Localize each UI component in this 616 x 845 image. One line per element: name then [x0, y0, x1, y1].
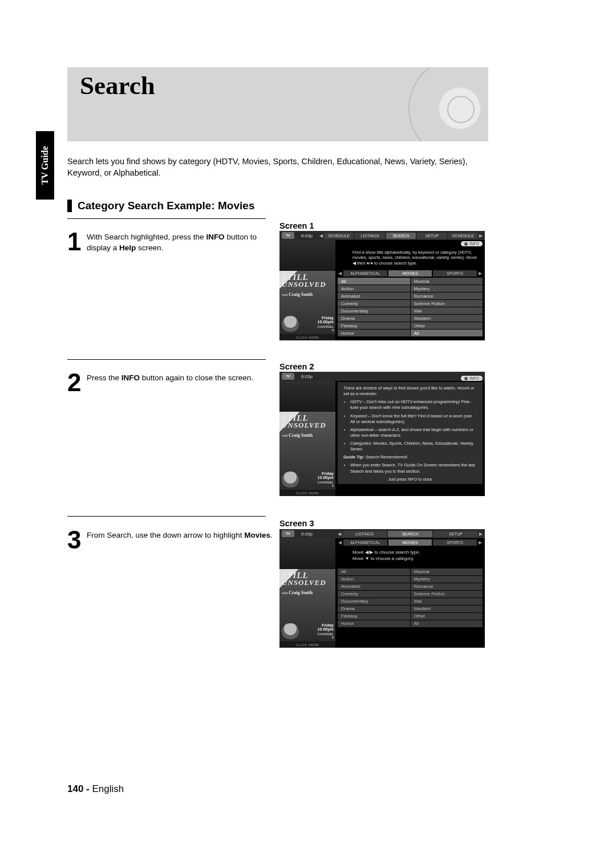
- text: button again to close the screen.: [140, 373, 253, 382]
- category-item[interactable]: Documentary: [338, 307, 410, 314]
- category-item[interactable]: All: [411, 620, 483, 627]
- step-number: 3: [67, 526, 81, 554]
- subtab-movies[interactable]: MOVIES: [388, 270, 432, 277]
- step-2: 2 Press the INFO button again to close t…: [67, 373, 273, 384]
- arrow-right-icon[interactable]: ▶: [478, 271, 483, 276]
- menu-schedule[interactable]: SCHEDULE: [324, 233, 354, 239]
- divider: [67, 359, 266, 360]
- menu-listings[interactable]: LISTINGS: [355, 233, 384, 239]
- page: TV Guide Search Search lets you find sho…: [0, 0, 616, 845]
- category-item[interactable]: All: [338, 278, 410, 285]
- subtab-alphabetical[interactable]: ALPHABETICAL: [343, 539, 387, 546]
- guide-tip: Guide Tip: Search Remembered!: [343, 454, 477, 460]
- category-item[interactable]: Fantasy: [338, 613, 410, 620]
- ad-poster[interactable]: STILL UNSOLVED with Craig Smith Friday10…: [279, 271, 335, 334]
- category-item[interactable]: War: [411, 598, 483, 605]
- info-badge[interactable]: INFO: [461, 376, 483, 381]
- arrow-right-icon[interactable]: ▶: [479, 233, 483, 238]
- category-item[interactable]: Comedy: [338, 300, 410, 307]
- arrow-left-icon[interactable]: ◀: [319, 233, 323, 238]
- category-item[interactable]: Science Fiction: [411, 300, 483, 307]
- category-item[interactable]: Fantasy: [338, 322, 410, 329]
- menu-listings[interactable]: LISTINGS: [342, 531, 387, 537]
- step-body: With Search highlighted, press the INFO …: [87, 232, 273, 253]
- bold: INFO: [121, 373, 140, 382]
- step-1: 1 With Search highlighted, press the INF…: [67, 232, 273, 253]
- tvguide-logo: TV: [282, 530, 294, 537]
- subtab-movies[interactable]: MOVIES: [388, 539, 432, 546]
- category-item[interactable]: Other: [411, 322, 483, 329]
- section-heading: Category Search Example: Movies: [67, 200, 254, 212]
- category-item[interactable]: Musical: [411, 278, 483, 285]
- click-here-button[interactable]: CLICK HERE: [279, 490, 335, 496]
- subtab-sports[interactable]: SPORTS: [433, 270, 477, 277]
- arrow-left-icon[interactable]: ◀: [338, 540, 342, 545]
- category-item[interactable]: Romance: [411, 583, 483, 590]
- ad-poster[interactable]: STILL UNSOLVED with Craig Smith Friday10…: [279, 412, 335, 490]
- right-pane: INFO Find a show title alphabetically, b…: [335, 240, 485, 340]
- category-item[interactable]: All: [338, 568, 410, 575]
- clock: 8:03p: [295, 233, 318, 238]
- category-item[interactable]: Documentary: [338, 598, 410, 605]
- left-pane: STILL UNSOLVED with Craig Smith Friday10…: [279, 240, 335, 340]
- category-item[interactable]: Animated: [338, 292, 410, 299]
- subtab-sports[interactable]: SPORTS: [433, 539, 477, 546]
- category-item[interactable]: Horror: [338, 620, 410, 627]
- arrow-right-icon[interactable]: ▶: [479, 531, 483, 537]
- video-preview: [279, 538, 335, 569]
- poster-schedule: Friday10:00pm: [318, 316, 334, 324]
- subtab-alphabetical[interactable]: ALPHABETICAL: [343, 270, 387, 277]
- screen3-label: Screen 3: [279, 519, 314, 528]
- close-hint: Just press INFO to close: [343, 477, 477, 482]
- video-preview: [279, 240, 335, 271]
- menu-schedule-2[interactable]: SCHEDULE: [448, 233, 478, 239]
- menu-setup[interactable]: SETUP: [417, 233, 447, 239]
- click-here-button[interactable]: CLICK HERE: [279, 641, 335, 648]
- hint-line: Move ▼ to choose a category.: [352, 556, 480, 562]
- help-text: Find a show title alphabetically, by key…: [335, 247, 485, 269]
- poster-title-2: UNSOLVED: [282, 422, 333, 429]
- poster-schedule: Friday10:00pm: [318, 623, 334, 631]
- category-item[interactable]: All: [411, 330, 483, 336]
- click-here-button[interactable]: CLICK HERE: [279, 334, 335, 340]
- category-item[interactable]: Action: [338, 285, 410, 292]
- guide-tip-body: When you enter Search, TV Guide On Scree…: [350, 462, 477, 474]
- category-item[interactable]: Drama: [338, 606, 410, 612]
- search-subtabs: ◀ ALPHABETICAL MOVIES SPORTS ▶: [335, 269, 485, 277]
- step-3: 3 From Search, use the down arrow to hig…: [67, 530, 273, 541]
- category-item[interactable]: Western: [411, 606, 483, 612]
- category-item[interactable]: Animated: [338, 583, 410, 590]
- clock: 8:03p: [295, 531, 318, 537]
- text: From Search, use the down arrow to highl…: [87, 531, 244, 539]
- category-item[interactable]: Mystery: [411, 285, 483, 292]
- poster-with: with Craig Smith: [282, 292, 333, 297]
- menu-search[interactable]: SEARCH: [388, 531, 432, 537]
- bold: Help: [119, 243, 136, 252]
- menu-search[interactable]: SEARCH: [386, 233, 416, 239]
- category-item[interactable]: Musical: [411, 568, 483, 575]
- category-item[interactable]: Action: [338, 576, 410, 583]
- category-item[interactable]: Other: [411, 613, 483, 620]
- poster-channel: CHANNEL9: [317, 325, 334, 332]
- step-number: 1: [67, 228, 81, 256]
- category-item[interactable]: Romance: [411, 292, 483, 299]
- category-item[interactable]: Comedy: [338, 591, 410, 598]
- category-item[interactable]: Drama: [338, 315, 410, 322]
- category-grid: All Musical Action Mystery Animated Roma…: [335, 277, 485, 339]
- guide-tip-list: When you enter Search, TV Guide On Scree…: [350, 462, 477, 474]
- info-badge[interactable]: INFO: [461, 241, 483, 246]
- arrow-left-icon[interactable]: ◀: [338, 531, 341, 537]
- category-item[interactable]: War: [411, 307, 483, 314]
- divider: [67, 516, 266, 517]
- disc-icon: [408, 67, 488, 141]
- category-item[interactable]: Science Fiction: [411, 591, 483, 598]
- help-lead: There are dozens of ways to find shows y…: [343, 385, 477, 397]
- ad-poster[interactable]: STILL UNSOLVED with Craig Smith Friday10…: [279, 569, 335, 641]
- side-tab: TV Guide: [36, 131, 54, 200]
- category-item[interactable]: Mystery: [411, 576, 483, 583]
- menu-setup[interactable]: SETUP: [433, 531, 478, 537]
- arrow-left-icon[interactable]: ◀: [338, 271, 342, 276]
- arrow-right-icon[interactable]: ▶: [478, 540, 483, 545]
- category-item[interactable]: Western: [411, 315, 483, 322]
- category-item[interactable]: Horror: [338, 330, 410, 336]
